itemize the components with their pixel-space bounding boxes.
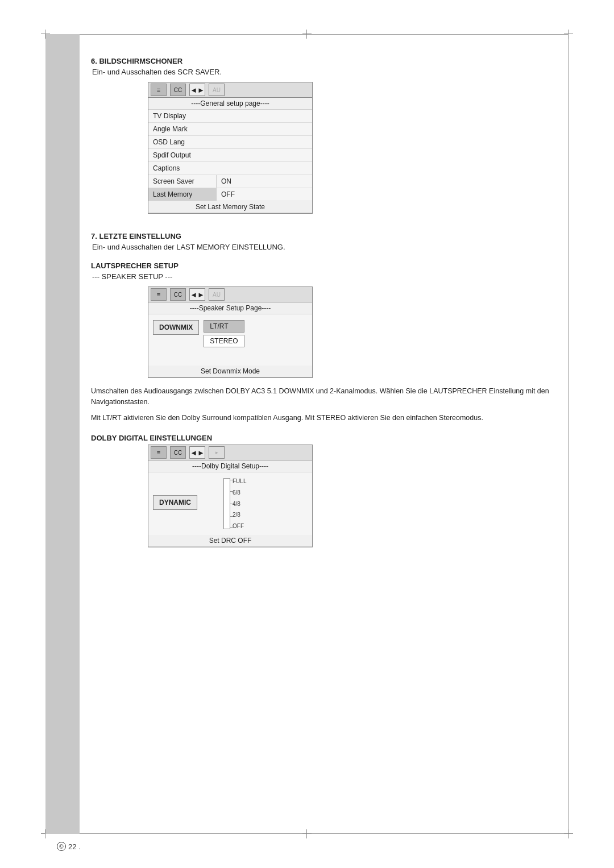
osd-icon-nav: ◄► [189, 84, 205, 96]
speaker-osd-title: ----Speaker Setup Page---- [148, 302, 312, 314]
osd-icon-cc: CC [170, 84, 186, 96]
letzte-einstellung-subtitle: Ein- und Ausschalten der LAST MEMORY EIN… [92, 243, 557, 251]
cross-mark-topcenter [302, 30, 312, 39]
dolby-osd-icon-menu: ≡ [151, 446, 167, 459]
page-num-circle: © [57, 842, 66, 851]
osd-row-osdlang: OSD Lang [148, 136, 312, 149]
drc-tick-28 [230, 516, 233, 517]
osd-cell-osdlang: OSD Lang [148, 136, 285, 148]
page-number-area: © 22 . [57, 842, 81, 851]
page-border-right [568, 34, 569, 834]
speaker-osd-icon-nav: ◄► [189, 288, 205, 301]
speaker-osd-icon-cc: CC [170, 288, 186, 301]
osd-icon-menu: ≡ [151, 84, 167, 96]
cross-mark-bottomcenter [302, 829, 312, 838]
cross-mark-bottomright [564, 829, 573, 838]
osd-row-tvdisplay: TV Display [148, 110, 312, 123]
letzte-einstellung-title: 7. LETZTE EINSTELLUNG [91, 232, 557, 240]
dolby-body: DYNAMIC FULL 6/8 [148, 472, 312, 535]
drc-tick-68 [230, 491, 233, 492]
drc-slider-track-container [206, 478, 230, 529]
osd-cell-screensaver-label: Screen Saver [148, 175, 217, 188]
section-lautsprecher: LAUTSPRECHER SETUP --- SPEAKER SETUP ---… [91, 261, 557, 423]
drc-tick-off [230, 527, 233, 528]
osd-row-screensaver: Screen Saver ON [148, 175, 312, 188]
speaker-osd-icon-menu: ≡ [151, 288, 167, 301]
speaker-osd-header: ≡ CC ◄► AU [148, 287, 312, 302]
drc-slider-wrapper: FULL 6/8 4/8 2/8 OFF [206, 478, 246, 529]
bildschirmschoner-title: 6. BILDSCHIRMSCHONER [91, 57, 557, 65]
dolby-main-option: DYNAMIC [153, 495, 197, 510]
osd-row-anglemark: Angle Mark [148, 123, 312, 136]
bildschirmschoner-subtitle: Ein- und Ausschalten des SCR SAVER. [92, 68, 557, 76]
speaker-osd-icon-au: AU [209, 288, 225, 301]
section-dolby: DOLBY DIGITAL EINSTELLUNGEN ≡ CC ◄► ▸ --… [91, 434, 557, 555]
osd-footer-setlast: Set Last Memory State [148, 201, 312, 213]
osd-cell-anglemark: Angle Mark [148, 123, 285, 135]
osd-general-title: ----General setup page---- [148, 98, 312, 110]
speaker-option-stereo: STEREO [204, 335, 244, 347]
osd-row-spdif: Spdif Output [148, 149, 312, 162]
drc-label-off: OFF [233, 523, 246, 529]
lautsprecher-title: LAUTSPRECHER SETUP [91, 261, 557, 270]
osd-cell-captions: Captions [148, 162, 285, 175]
dolby-title: DOLBY DIGITAL EINSTELLUNGEN [91, 434, 557, 442]
drc-labels: FULL 6/8 4/8 2/8 OFF [233, 478, 246, 529]
cross-mark-topright [564, 30, 573, 39]
drc-slider-track [223, 478, 230, 529]
dolby-footer: Set DRC OFF [148, 535, 312, 547]
speaker-footer: Set Downmix Mode [148, 366, 312, 377]
osd-row-lastmemory: Last Memory OFF [148, 188, 312, 201]
dolby-osd-icon-au: ▸ [209, 446, 225, 459]
osd-cell-lastmemory-value: OFF [217, 188, 262, 201]
osd-header: ≡ CC ◄► AU [148, 82, 312, 98]
speaker-main-option: DOWNMIX [153, 320, 199, 335]
dolby-osd-icon-cc: CC [170, 446, 186, 459]
main-content: 6. BILDSCHIRMSCHONER Ein- und Ausschalte… [91, 57, 557, 566]
dolby-osd-header: ≡ CC ◄► ▸ [148, 445, 312, 460]
drc-label-full: FULL [233, 478, 246, 484]
sidebar-bar [45, 34, 80, 834]
drc-label-68: 6/8 [233, 489, 246, 496]
osd-cell-tvdisplay: TV Display [148, 110, 285, 122]
osd-row-captions: Captions [148, 162, 312, 175]
drc-tick-full [230, 480, 233, 480]
dolby-osd-title: ----Dolby Digital Setup---- [148, 460, 312, 472]
speaker-option-ltrt: LT/RT [204, 320, 244, 333]
page-number: 22 [68, 842, 76, 851]
osd-cell-spdif: Spdif Output [148, 149, 285, 161]
speaker-options-right: LT/RT STEREO [204, 320, 244, 360]
section-letzte-einstellung: 7. LETZTE EINSTELLUNG Ein- und Ausschalt… [91, 232, 557, 251]
lautsprecher-body1: Umschalten des Audioausgangs zwischen DO… [91, 386, 557, 408]
speaker-body: DOWNMIX LT/RT STEREO [148, 314, 312, 366]
drc-tick-48 [230, 504, 233, 504]
section-bildschirmschoner: 6. BILDSCHIRMSCHONER Ein- und Ausschalte… [91, 57, 557, 222]
osd-cell-lastmemory-label: Last Memory [148, 188, 217, 201]
lautsprecher-subtitle: --- SPEAKER SETUP --- [92, 272, 557, 281]
drc-label-28: 2/8 [233, 512, 246, 518]
drc-label-48: 4/8 [233, 501, 246, 507]
general-setup-osd: ≡ CC ◄► AU ----General setup page---- TV… [148, 82, 313, 214]
dolby-setup-osd: ≡ CC ◄► ▸ ----Dolby Digital Setup---- DY… [148, 445, 313, 547]
osd-icon-au: AU [209, 84, 225, 96]
speaker-setup-osd: ≡ CC ◄► AU ----Speaker Setup Page---- DO… [148, 286, 313, 378]
dolby-osd-icon-nav: ◄► [189, 446, 205, 459]
osd-cell-screensaver-value: ON [217, 175, 262, 188]
lautsprecher-body2: Mit LT/RT aktivieren Sie den Dolby Surro… [91, 413, 557, 423]
